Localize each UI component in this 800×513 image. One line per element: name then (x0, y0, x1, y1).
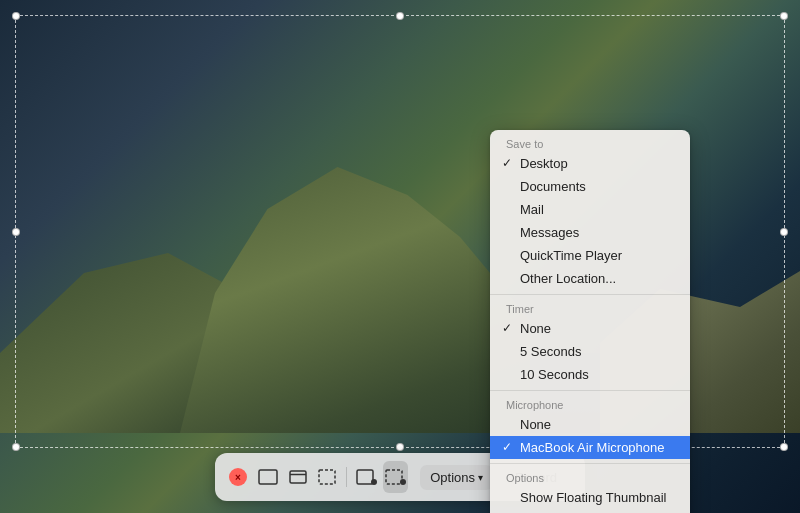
close-button[interactable]: × (229, 468, 247, 486)
window-icon (287, 466, 309, 488)
svg-point-7 (400, 479, 406, 485)
menu-section-save-to: Save to (490, 134, 690, 152)
capture-window-button[interactable] (285, 461, 311, 493)
menu-item-timer-5s[interactable]: 5 Seconds (490, 340, 690, 363)
menu-item-mic-none[interactable]: None (490, 413, 690, 436)
capture-selection-button[interactable] (314, 461, 340, 493)
menu-item-other-location[interactable]: Other Location... (490, 267, 690, 290)
menu-item-timer-10s[interactable]: 10 Seconds (490, 363, 690, 386)
svg-rect-6 (386, 470, 402, 484)
menu-section-microphone: Microphone (490, 395, 690, 413)
handle-bottom-left[interactable] (12, 443, 20, 451)
svg-point-5 (371, 479, 377, 485)
capture-fullscreen-button[interactable] (255, 461, 281, 493)
selection-icon (316, 466, 338, 488)
separator-2 (490, 390, 690, 391)
options-label: Options (430, 470, 475, 485)
separator-3 (490, 463, 690, 464)
chevron-down-icon: ▾ (478, 472, 483, 483)
svg-rect-0 (259, 470, 277, 484)
handle-bottom-right[interactable] (780, 443, 788, 451)
menu-item-messages[interactable]: Messages (490, 221, 690, 244)
handle-top-right[interactable] (780, 12, 788, 20)
fullscreen-icon (257, 466, 279, 488)
context-menu: Save to Desktop Documents Mail Messages … (490, 130, 690, 513)
record-selection-icon (384, 466, 406, 488)
menu-item-macbook-air-mic[interactable]: MacBook Air Microphone (490, 436, 690, 459)
handle-bottom-middle[interactable] (396, 443, 404, 451)
record-fullscreen-button[interactable] (353, 461, 379, 493)
menu-item-show-thumbnail[interactable]: Show Floating Thumbnail (490, 486, 690, 509)
toolbar-separator-1 (346, 467, 347, 487)
handle-middle-right[interactable] (780, 228, 788, 236)
svg-rect-4 (357, 470, 373, 484)
record-selection-button[interactable] (383, 461, 409, 493)
menu-item-timer-none[interactable]: None (490, 317, 690, 340)
handle-top-left[interactable] (12, 12, 20, 20)
svg-rect-1 (290, 471, 306, 483)
menu-item-mail[interactable]: Mail (490, 198, 690, 221)
record-fullscreen-icon (355, 466, 377, 488)
svg-rect-3 (319, 470, 335, 484)
handle-middle-left[interactable] (12, 228, 20, 236)
menu-section-options: Options (490, 468, 690, 486)
menu-item-documents[interactable]: Documents (490, 175, 690, 198)
menu-section-timer: Timer (490, 299, 690, 317)
menu-item-desktop[interactable]: Desktop (490, 152, 690, 175)
close-icon: × (235, 472, 241, 483)
options-button[interactable]: Options ▾ (420, 465, 493, 490)
menu-item-quicktime[interactable]: QuickTime Player (490, 244, 690, 267)
handle-top-middle[interactable] (396, 12, 404, 20)
menu-item-remember-selection[interactable]: Remember Last Selection (490, 509, 690, 513)
separator-1 (490, 294, 690, 295)
